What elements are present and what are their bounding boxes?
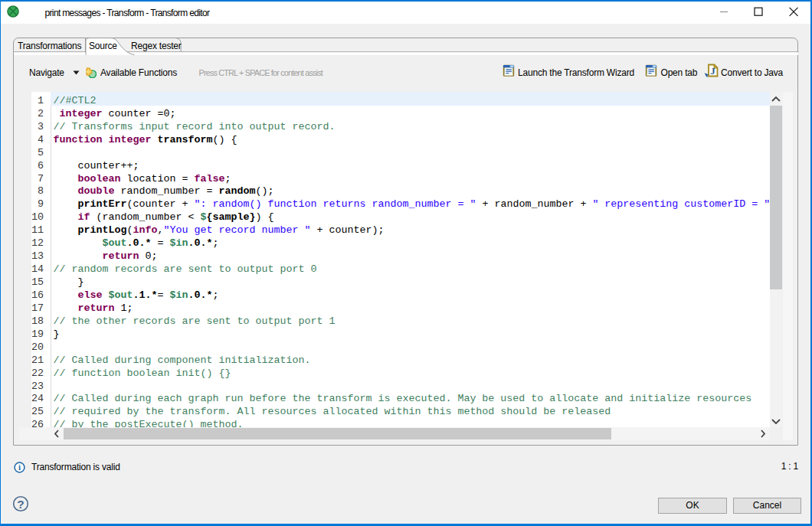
- svg-text:?: ?: [17, 498, 24, 511]
- svg-text:J: J: [710, 65, 715, 77]
- svg-text:i: i: [18, 462, 21, 472]
